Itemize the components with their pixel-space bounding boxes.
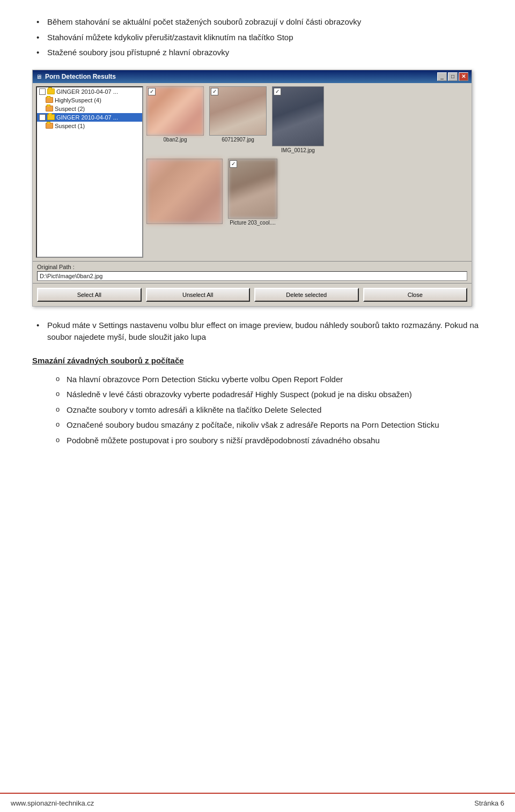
minimize-button[interactable]: _ bbox=[437, 72, 447, 81]
bullet-item-3: Stažené soubory jsou přístupné z hlavní … bbox=[32, 47, 483, 59]
unselect-all-button[interactable]: Unselect All bbox=[146, 288, 251, 302]
nested-bullet-1: Následně v levé části obrazovky vyberte … bbox=[54, 389, 483, 401]
image-checkbox-4[interactable]: ✓ bbox=[230, 160, 237, 168]
footer-url: www.spionazni-technika.cz bbox=[11, 799, 94, 807]
bullet-item-2: Stahování můžete kdykoliv přerušit/zasta… bbox=[32, 32, 483, 44]
dialog-bottom-buttons: Select All Unselect All Delete selected … bbox=[33, 283, 472, 306]
folder-icon-0 bbox=[47, 88, 55, 94]
image-row-2: ✓ Picture 203_cool.... bbox=[146, 159, 468, 226]
image-item-large[interactable] bbox=[146, 159, 223, 224]
middle-bullet-item: Pokud máte v Settings nastavenu volbu bl… bbox=[32, 319, 483, 344]
delete-selected-button[interactable]: Delete selected bbox=[254, 288, 359, 302]
tree-label-1: HighlySuspect (4) bbox=[55, 97, 101, 103]
tree-item-4[interactable]: Suspect (1) bbox=[37, 122, 142, 130]
folder-icon-3 bbox=[47, 114, 55, 120]
dialog-close-button[interactable]: Close bbox=[363, 288, 468, 302]
footer-page-number: Stránka 6 bbox=[474, 799, 504, 807]
image-item-60712907[interactable]: ✓ 60712907.jpg bbox=[209, 86, 267, 143]
maximize-button[interactable]: □ bbox=[448, 72, 458, 81]
image-thumb-4 bbox=[229, 159, 277, 218]
tree-label-4: Suspect (1) bbox=[55, 123, 85, 129]
original-path-value: D:\Pict\Image\0ban2.jpg bbox=[37, 271, 467, 281]
nested-bullet-2: Označte soubory v tomto adresáři a klikn… bbox=[54, 404, 483, 416]
dialog-titlebar: 🖥 Porn Detection Results _ □ ✕ bbox=[33, 70, 472, 83]
nested-bullet-4: Podobně můžete postupovat i pro soubory … bbox=[54, 435, 483, 447]
section-paragraph: Smazání závadných souborů z počítače bbox=[32, 354, 483, 367]
tree-checkbox-3[interactable] bbox=[39, 114, 46, 121]
images-panel: ✓ 0ban2.jpg ✓ 60712907.jpg bbox=[146, 86, 468, 258]
tree-item-1[interactable]: HighlySuspect (4) bbox=[37, 96, 142, 105]
image-thumb-wrapper-2: ✓ bbox=[272, 86, 324, 146]
tree-label-3: GINGER 2010-04-07 ... bbox=[56, 114, 118, 121]
middle-bullet-list: Pokud máte v Settings nastavenu volbu bl… bbox=[32, 319, 483, 344]
folder-icon-4 bbox=[46, 123, 53, 129]
dialog-titlebar-buttons: _ □ ✕ bbox=[437, 72, 468, 81]
tree-item-0[interactable]: GINGER 2010-04-07 ... bbox=[37, 87, 142, 96]
close-title-button[interactable]: ✕ bbox=[459, 72, 468, 81]
page-footer: www.spionazni-technika.cz Stránka 6 bbox=[0, 793, 515, 812]
tree-item-3[interactable]: GINGER 2010-04-07 ... bbox=[37, 113, 142, 122]
image-checkbox-1[interactable]: ✓ bbox=[211, 88, 218, 95]
image-label-0: 0ban2.jpg bbox=[164, 137, 187, 143]
image-row-1: ✓ 0ban2.jpg ✓ 60712907.jpg bbox=[146, 86, 468, 153]
section-heading: Smazání závadných souborů z počítače bbox=[32, 356, 184, 365]
image-item-0ban2[interactable]: ✓ 0ban2.jpg bbox=[146, 86, 204, 143]
tree-label-2: Suspect (2) bbox=[55, 106, 85, 112]
original-path-label: Original Path : bbox=[37, 264, 75, 270]
bullet-item-1: Během stahování se aktuální počet stažen… bbox=[32, 16, 483, 28]
image-checkbox-2[interactable]: ✓ bbox=[274, 88, 281, 95]
image-thumb-wrapper-4: ✓ bbox=[228, 159, 277, 219]
image-thumb-wrapper-0: ✓ bbox=[146, 86, 204, 136]
original-path-section: Original Path : D:\Pict\Image\0ban2.jpg bbox=[33, 261, 472, 283]
image-thumb-wrapper-3 bbox=[146, 159, 223, 224]
folder-icon-2 bbox=[46, 106, 53, 111]
image-thumb-wrapper-1: ✓ bbox=[209, 86, 267, 136]
image-label-4: Picture 203_cool.... bbox=[230, 220, 276, 226]
image-item-img0012[interactable]: ✓ IMG_0012.jpg bbox=[272, 86, 324, 153]
dialog-icon: 🖥 bbox=[36, 73, 42, 80]
image-checkbox-0[interactable]: ✓ bbox=[148, 88, 156, 95]
file-tree-panel[interactable]: GINGER 2010-04-07 ... HighlySuspect (4) … bbox=[36, 86, 143, 258]
image-thumb-3 bbox=[147, 159, 222, 224]
tree-checkbox-0[interactable] bbox=[39, 88, 46, 95]
nested-bullet-list: Na hlavní obrazovce Porn Detection Stick… bbox=[54, 374, 483, 447]
select-all-button[interactable]: Select All bbox=[37, 288, 142, 302]
nested-bullet-0: Na hlavní obrazovce Porn Detection Stick… bbox=[54, 374, 483, 386]
nested-bullet-3: Označené soubory budou smazány z počítač… bbox=[54, 419, 483, 431]
porn-detection-dialog: 🖥 Porn Detection Results _ □ ✕ GINGER 20… bbox=[32, 70, 472, 307]
image-thumb-2 bbox=[273, 87, 323, 146]
image-label-2: IMG_0012.jpg bbox=[281, 147, 315, 153]
dialog-title: Porn Detection Results bbox=[45, 73, 116, 80]
image-item-picture203[interactable]: ✓ Picture 203_cool.... bbox=[228, 159, 277, 226]
top-bullet-list: Během stahování se aktuální počet stažen… bbox=[32, 16, 483, 59]
tree-label-0: GINGER 2010-04-07 ... bbox=[56, 88, 118, 95]
image-label-1: 60712907.jpg bbox=[222, 137, 254, 143]
dialog-body: GINGER 2010-04-07 ... HighlySuspect (4) … bbox=[33, 83, 472, 261]
folder-icon-1 bbox=[46, 97, 53, 103]
tree-item-2[interactable]: Suspect (2) bbox=[37, 105, 142, 113]
